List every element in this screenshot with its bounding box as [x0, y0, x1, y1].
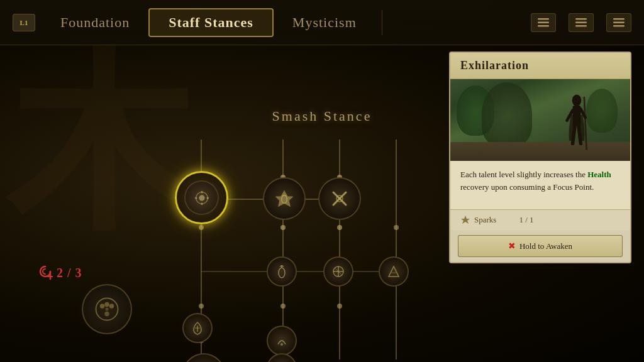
svg-rect-8	[613, 25, 625, 27]
currency-indicator: 2 / 3	[38, 265, 82, 280]
sparks-count: 1 / 1	[500, 215, 533, 225]
svg-point-34	[194, 197, 197, 199]
svg-point-54	[106, 308, 109, 311]
svg-point-21	[199, 225, 204, 230]
ability-icon-5	[386, 264, 401, 279]
skill-node-r2-c3[interactable]	[323, 256, 353, 287]
svg-point-30	[199, 195, 204, 200]
sparks-info: Sparks 1 / 1	[460, 215, 534, 225]
menu-icon-3	[613, 17, 625, 28]
skill-node-r1-c2[interactable]	[263, 177, 306, 220]
ability-icon-7	[274, 333, 289, 348]
level-indicator: L1	[13, 14, 35, 31]
svg-point-57	[572, 95, 582, 106]
svg-point-52	[109, 304, 114, 309]
info-panel-title: Exhilaration	[460, 59, 620, 72]
svg-point-40	[279, 268, 285, 278]
svg-point-53	[104, 312, 109, 317]
skill-node-r3-c1[interactable]	[182, 313, 213, 343]
svg-rect-1	[538, 21, 549, 23]
info-panel-header: Exhilaration	[450, 53, 630, 79]
section-label: Smash Stance	[272, 108, 372, 124]
svg-line-59	[584, 97, 587, 149]
info-panel-image	[450, 79, 630, 161]
nav-icon-1[interactable]	[531, 13, 556, 32]
svg-rect-7	[613, 21, 625, 23]
nav-divider	[382, 10, 382, 35]
svg-point-33	[201, 202, 203, 205]
awaken-button-label: Hold to Awaken	[519, 241, 572, 251]
svg-point-50	[100, 304, 105, 309]
special-node-icon	[91, 293, 123, 325]
svg-point-32	[201, 190, 203, 193]
svg-rect-6	[613, 18, 625, 20]
info-panel-footer: Sparks 1 / 1	[450, 209, 630, 230]
info-panel-body: Each talent level slightly increases the…	[450, 161, 630, 209]
svg-rect-2	[538, 25, 549, 27]
ability-icon-2	[330, 189, 349, 208]
info-panel-description: Each talent level slightly increases the…	[460, 168, 620, 193]
currency-spiral-icon	[38, 265, 53, 280]
node-inner-icon	[193, 189, 211, 207]
tab-mysticism[interactable]: Mysticism	[274, 9, 375, 36]
nav-icon-3[interactable]	[606, 13, 631, 32]
awaken-button-icon: ✖	[508, 241, 516, 251]
ability-icon-6	[190, 321, 205, 336]
info-panel: Exhilaration	[449, 52, 631, 263]
currency-value: 2 / 3	[57, 266, 82, 280]
highlight-health: Health	[587, 170, 611, 179]
svg-point-51	[104, 302, 109, 307]
svg-rect-5	[575, 25, 587, 27]
skill-node-main-highlighted[interactable]	[175, 171, 228, 224]
main-content: Smash Stance P...	[0, 45, 644, 362]
svg-rect-0	[538, 18, 549, 20]
nav-tabs: Foundation Staff Stances Mysticism	[42, 8, 631, 37]
menu-icon-2	[575, 17, 587, 28]
skill-node-r1-c3[interactable]	[318, 177, 361, 220]
svg-point-48	[280, 343, 283, 346]
svg-rect-3	[575, 18, 587, 20]
tab-foundation[interactable]: Foundation	[42, 9, 148, 36]
ability-icon-1	[274, 189, 294, 209]
svg-point-25	[199, 304, 204, 309]
svg-point-35	[206, 197, 209, 199]
svg-point-26	[280, 304, 286, 309]
skill-node-special[interactable]	[82, 284, 132, 334]
ability-icon-4	[331, 264, 346, 279]
svg-point-27	[337, 304, 342, 309]
tab-staff-stances[interactable]: Staff Stances	[148, 8, 274, 37]
awaken-button-container: ✖ Hold to Awaken	[450, 230, 630, 262]
svg-point-23	[337, 225, 342, 230]
skill-node-r3-c2[interactable]	[267, 326, 297, 356]
skill-node-r2-c2[interactable]	[267, 256, 297, 287]
menu-icon-1	[538, 17, 549, 28]
top-navigation: L1 Foundation Staff Stances Mysticism	[0, 0, 644, 45]
level-text: L1	[20, 19, 28, 26]
svg-rect-4	[575, 21, 587, 23]
sparks-label: Sparks	[474, 215, 496, 225]
nav-right-icons	[531, 13, 631, 32]
figure-in-image	[561, 92, 592, 161]
svg-point-22	[280, 225, 286, 230]
svg-point-24	[394, 225, 399, 230]
sparks-icon	[460, 215, 470, 225]
ability-icon-3	[274, 264, 289, 279]
awaken-button[interactable]: ✖ Hold to Awaken	[458, 235, 623, 257]
nav-icon-2[interactable]	[569, 13, 594, 32]
skill-node-r2-c4[interactable]	[379, 256, 409, 287]
